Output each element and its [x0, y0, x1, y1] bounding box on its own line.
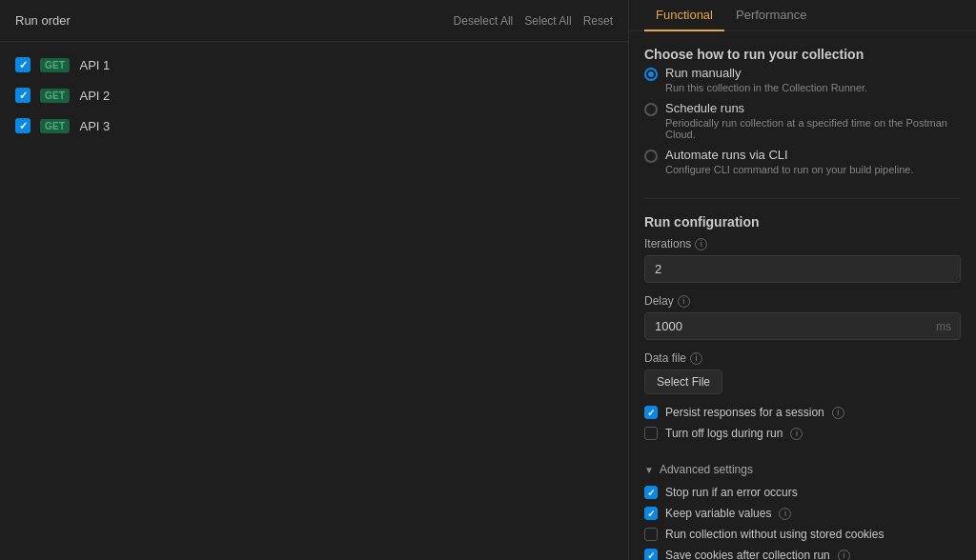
run-manually-option[interactable]: Run manually Run this collection in the … — [644, 66, 961, 93]
automate-cli-option[interactable]: Automate runs via CLI Configure CLI comm… — [644, 148, 961, 175]
delay-group: Delay i ms — [644, 294, 961, 340]
chevron-down-icon: ▼ — [644, 465, 654, 475]
schedule-runs-label: Schedule runs — [665, 101, 961, 115]
delay-input[interactable] — [644, 312, 961, 340]
stop-run-checkbox[interactable] — [644, 486, 658, 499]
iterations-group: Iterations i — [644, 237, 961, 283]
api-1-checkbox[interactable] — [15, 57, 30, 72]
select-all-button[interactable]: Select All — [524, 14, 571, 28]
how-to-run-title: Choose how to run your collection — [644, 47, 961, 62]
run-config-section: Run configuration Iterations i Delay i m… — [644, 214, 961, 448]
list-item: GET API 3 — [8, 112, 620, 139]
how-to-run-section: Choose how to run your collection Run ma… — [644, 47, 961, 183]
iterations-info-icon[interactable]: i — [695, 238, 707, 250]
data-file-group: Data file i Select File — [644, 351, 961, 394]
run-order-title: Run order — [15, 13, 71, 28]
no-cookies-label: Run collection without using stored cook… — [665, 528, 884, 541]
turn-off-logs-label: Turn off logs during run — [665, 427, 783, 440]
logs-info-icon[interactable]: i — [790, 428, 803, 440]
delay-info-icon[interactable]: i — [678, 295, 690, 308]
api-3-checkbox[interactable] — [15, 118, 30, 133]
no-cookies-row: Run collection without using stored cook… — [644, 528, 961, 541]
run-manually-desc: Run this collection in the Collection Ru… — [665, 82, 867, 93]
api-1-name: API 1 — [79, 58, 110, 72]
delay-unit: ms — [936, 320, 951, 333]
right-panel: Functional Performance Choose how to run… — [629, 0, 976, 560]
header-actions: Deselect All Select All Reset — [454, 14, 613, 28]
persist-info-icon[interactable]: i — [832, 407, 844, 419]
list-item: GET API 2 — [8, 82, 620, 109]
divider — [644, 198, 961, 199]
persist-responses-row: Persist responses for a session i — [644, 406, 961, 419]
advanced-settings-title: Advanced settings — [660, 463, 753, 476]
schedule-runs-radio[interactable] — [644, 103, 658, 116]
save-cookies-info-icon[interactable]: i — [838, 550, 850, 561]
left-header: Run order Deselect All Select All Reset — [0, 0, 628, 42]
left-panel: Run order Deselect All Select All Reset … — [0, 0, 629, 560]
api-3-method: GET — [40, 119, 70, 133]
data-file-label: Data file i — [644, 351, 961, 365]
stop-run-label: Stop run if an error occurs — [665, 486, 798, 499]
save-cookies-row: Save cookies after collection run i — [644, 549, 961, 560]
save-cookies-label: Save cookies after collection run — [665, 549, 830, 560]
automate-cli-label: Automate runs via CLI — [665, 148, 913, 162]
delay-input-wrapper: ms — [644, 312, 961, 340]
tab-performance[interactable]: Performance — [724, 0, 818, 31]
run-manually-radio[interactable] — [644, 68, 658, 81]
list-item: GET API 1 — [8, 51, 620, 78]
delay-label: Delay i — [644, 294, 961, 308]
stop-run-row: Stop run if an error occurs — [644, 486, 961, 499]
save-cookies-checkbox[interactable] — [644, 549, 658, 560]
reset-button[interactable]: Reset — [583, 14, 613, 28]
advanced-header[interactable]: ▼ Advanced settings — [644, 463, 961, 476]
keep-variable-row: Keep variable values i — [644, 507, 961, 520]
keep-var-info-icon[interactable]: i — [779, 508, 791, 520]
api-list: GET API 1 GET API 2 GET API 3 — [0, 42, 628, 149]
iterations-label: Iterations i — [644, 237, 961, 250]
api-2-method: GET — [40, 89, 70, 103]
select-file-button[interactable]: Select File — [644, 370, 722, 394]
schedule-runs-desc: Periodically run collection at a specifi… — [665, 117, 961, 140]
turn-off-logs-checkbox[interactable] — [644, 427, 658, 440]
api-1-method: GET — [40, 58, 70, 72]
automate-cli-radio[interactable] — [644, 150, 658, 163]
run-config-title: Run configuration — [644, 214, 961, 230]
run-manually-label: Run manually — [665, 66, 867, 80]
api-2-name: API 2 — [79, 89, 110, 103]
data-file-info-icon[interactable]: i — [690, 352, 702, 365]
persist-responses-checkbox[interactable] — [644, 406, 658, 419]
iterations-input[interactable] — [644, 255, 961, 283]
right-content: Choose how to run your collection Run ma… — [629, 31, 976, 560]
turn-off-logs-row: Turn off logs during run i — [644, 427, 961, 440]
advanced-section: ▼ Advanced settings Stop run if an error… — [644, 463, 961, 560]
tab-functional[interactable]: Functional — [644, 0, 724, 31]
schedule-runs-option[interactable]: Schedule runs Periodically run collectio… — [644, 101, 961, 140]
deselect-all-button[interactable]: Deselect All — [454, 14, 514, 28]
keep-variable-label: Keep variable values — [665, 507, 771, 520]
api-2-checkbox[interactable] — [15, 88, 30, 103]
api-3-name: API 3 — [79, 119, 110, 133]
keep-variable-checkbox[interactable] — [644, 507, 658, 520]
tabs: Functional Performance — [629, 0, 976, 31]
no-cookies-checkbox[interactable] — [644, 528, 658, 541]
automate-cli-desc: Configure CLI command to run on your bui… — [665, 164, 913, 175]
persist-responses-label: Persist responses for a session — [665, 406, 824, 419]
